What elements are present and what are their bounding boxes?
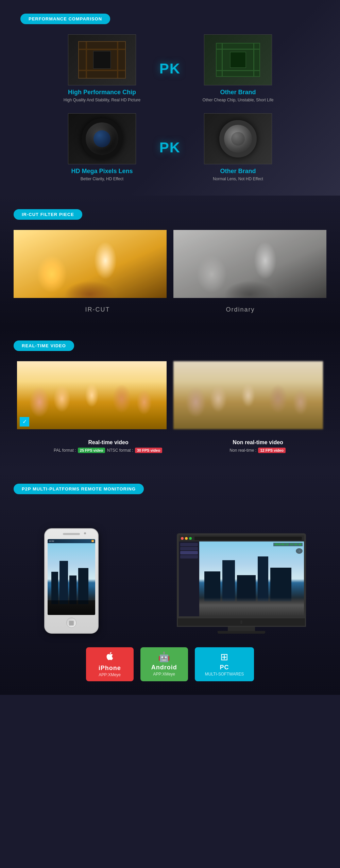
ircut-bw-image <box>173 230 326 298</box>
pk-label-2: PK <box>156 139 184 156</box>
checkmark-badge: ✓ <box>20 417 29 427</box>
p2p-badge: P2P MULTI-PLATFORMS REMOTE MONITORING <box>14 484 144 494</box>
color-scene <box>14 230 167 298</box>
imac-stand <box>228 627 255 631</box>
nonrealtime-prefix: Non real-time : <box>230 448 256 453</box>
lens-right-item: Other Brand Normal Lens, Not HD Effect <box>184 113 292 182</box>
nonrealtime-title: Non real-time video <box>230 439 286 446</box>
lens-left-desc: Better Clarity, HD Effect <box>81 176 123 182</box>
video-images: ✓ <box>14 361 326 429</box>
fps-12-badge: 12 FPS video <box>258 448 285 453</box>
iphone-app-sub: APP:XMeye <box>99 672 121 677</box>
lens-comparison-row: HD Mega Pixels Lens Better Clarity, HD E… <box>20 113 320 182</box>
bw-scene <box>173 230 326 298</box>
phone-wrapper: 12:52 📶 <box>44 528 99 634</box>
ircut-labels: IR-CUT Ordinary <box>14 303 326 313</box>
lens-left-name: HD Mega Pixels Lens <box>71 168 133 175</box>
chip-comparison-row: High Performance Chip High Quality And S… <box>20 34 320 103</box>
video-blurry-image <box>173 361 323 429</box>
chip-right-desc: Other Cheap Chip, Unstable, Short Life <box>203 97 274 103</box>
performance-section: PERFORMANCE COMPARISON High Performance … <box>0 0 340 196</box>
chip-right-item: Other Brand Other Cheap Chip, Unstable, … <box>184 34 292 103</box>
ircut-left-label: IR-CUT <box>85 306 110 313</box>
realtime-desc: PAL format : 25 FPS video NTSC format : … <box>54 448 163 453</box>
ircut-section: IR-CUT FILTER PIECE IR-CUT Ordinary <box>0 196 340 327</box>
realtime-left-info: Real-time video PAL format : 25 FPS vide… <box>54 439 163 453</box>
performance-header: PERFORMANCE COMPARISON <box>20 14 320 24</box>
android-app-btn[interactable]: 🤖 Android APP:XMeye <box>140 647 188 681</box>
chip-left-desc: High Quality And Stability, Real HD Pict… <box>64 97 141 103</box>
realtime-title: Real-time video <box>54 439 163 446</box>
phone-home-logo <box>69 621 74 625</box>
fps-30-badge: 30 FPS video <box>135 448 162 453</box>
nonrealtime-desc: Non real-time : 12 FPS video <box>230 448 286 453</box>
p2p-section: P2P MULTI-PLATFORMS REMOTE MONITORING <box>0 470 340 695</box>
p2p-header: P2P MULTI-PLATFORMS REMOTE MONITORING <box>14 484 326 494</box>
video-sharp-image: ✓ <box>17 361 167 429</box>
android-app-name: Android <box>151 664 177 671</box>
lens-right-name: Other Brand <box>220 168 256 175</box>
p2p-mockup: 2019/01/12 12:52:46 ⊕  <box>14 504 326 634</box>
realtime-section: REAL-TIME VIDEO ✓ Real-time video PAL fo… <box>0 327 340 470</box>
chip-board-green <box>216 43 260 77</box>
phone-frame: 12:52 📶 <box>44 528 99 634</box>
ircut-right-label: Ordinary <box>226 306 255 313</box>
ircut-color-image <box>14 230 167 298</box>
iphone-icon <box>105 651 115 663</box>
pc-app-sub: MULTI-SOFTWARES <box>205 672 244 677</box>
lens-left-item: HD Mega Pixels Lens Better Clarity, HD E… <box>48 113 156 182</box>
phone-speaker <box>63 533 80 535</box>
phone-screen: 12:52 📶 <box>48 539 95 615</box>
pc-app-name: PC <box>220 664 229 671</box>
chip-left-image <box>68 34 136 85</box>
fps-25-badge: 25 FPS video <box>78 448 105 453</box>
app-buttons: iPhone APP:XMeye 🤖 Android APP:XMeye ⊞ P… <box>14 640 326 688</box>
chip-right-image <box>204 34 272 85</box>
imac-base <box>218 631 265 634</box>
iphone-app-btn[interactable]: iPhone APP:XMeye <box>86 647 134 681</box>
pal-prefix: PAL format : <box>54 448 76 453</box>
pk-label-1: PK <box>156 61 184 77</box>
apple-logo:  <box>241 620 242 624</box>
ircut-images <box>14 230 326 298</box>
imac-screen: 2019/01/12 12:52:46 ⊕ <box>177 533 306 618</box>
lens-left-image <box>68 113 136 164</box>
chip-left-item: High Performance Chip High Quality And S… <box>48 34 156 103</box>
lens-right-image <box>204 113 272 164</box>
pc-icon: ⊞ <box>220 651 228 663</box>
android-app-sub: APP:XMeye <box>153 672 175 677</box>
video-info: Real-time video PAL format : 25 FPS vide… <box>14 436 326 456</box>
performance-badge: PERFORMANCE COMPARISON <box>20 14 110 24</box>
chip-board-brown <box>78 41 126 79</box>
android-icon: 🤖 <box>158 651 170 663</box>
chip-left-name: High Performance Chip <box>68 89 136 96</box>
imac-wrapper: 2019/01/12 12:52:46 ⊕  <box>177 533 306 634</box>
ntsc-prefix: NTSC format : <box>107 448 133 453</box>
realtime-header: REAL-TIME VIDEO <box>14 340 326 351</box>
chip-right-name: Other Brand <box>220 89 256 96</box>
nonrealtime-right-info: Non real-time video Non real-time : 12 F… <box>230 439 286 453</box>
ircut-badge: IR-CUT FILTER PIECE <box>14 209 82 220</box>
imac-chin:  <box>177 618 306 627</box>
phone-home-btn <box>66 618 76 628</box>
pc-app-btn[interactable]: ⊞ PC MULTI-SOFTWARES <box>195 647 254 681</box>
iphone-app-name: iPhone <box>99 665 121 672</box>
blurry-scene <box>173 361 323 429</box>
lens-right-desc: Normal Lens, Not HD Effect <box>213 176 263 182</box>
ircut-header: IR-CUT FILTER PIECE <box>14 209 326 220</box>
sharp-scene <box>17 361 167 429</box>
realtime-badge: REAL-TIME VIDEO <box>14 340 74 351</box>
